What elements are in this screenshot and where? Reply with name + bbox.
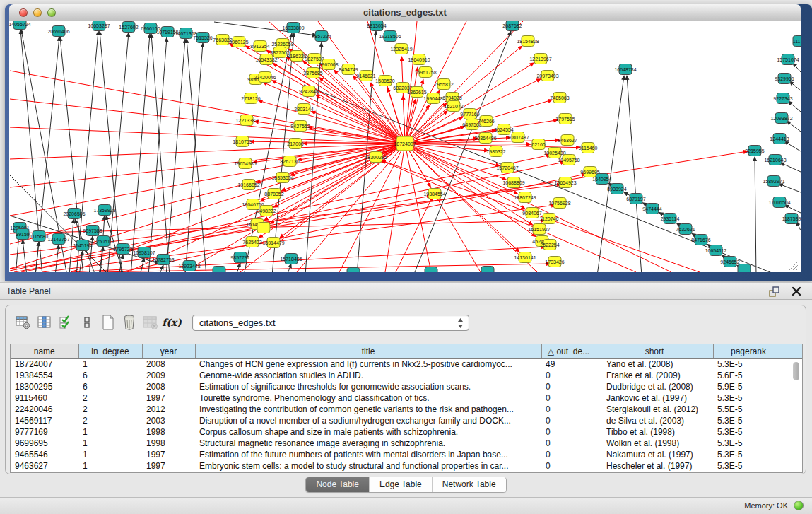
graph-edge xyxy=(148,37,167,272)
column-header-short[interactable]: short xyxy=(596,344,713,358)
column-header-in_degree[interactable]: in_degree xyxy=(78,344,142,358)
delete-column-icon[interactable] xyxy=(119,313,140,332)
graph-node-label: 18807249 xyxy=(514,195,536,200)
graph-edge xyxy=(784,205,801,213)
graph-node-label: 2522254 xyxy=(540,243,559,247)
table-row[interactable]: 1872400712008Changes of HCN gene express… xyxy=(11,358,803,370)
graph-node-label: 1244413 xyxy=(770,136,789,141)
graph-node-label: 19166852 xyxy=(237,182,259,187)
graph-node[interactable] xyxy=(257,223,270,233)
graph-node-label: 7632621 xyxy=(676,227,695,232)
graph-node-label: 19384554 xyxy=(423,192,445,197)
graph-node-label: 16648784 xyxy=(614,67,636,72)
graph-node-label: 9827508 xyxy=(305,57,324,62)
show-columns-icon[interactable] xyxy=(34,313,55,332)
table-row[interactable]: 946362711997Embryonic stem cells: a mode… xyxy=(11,460,803,472)
table-cell: Franke et al. (2009) xyxy=(596,370,713,381)
table-row[interactable]: 969969511998Structural magnetic resonanc… xyxy=(11,438,803,449)
column-header-name[interactable]: name xyxy=(11,344,78,358)
table-select-dropdown[interactable]: citations_edges.txt xyxy=(192,315,469,331)
table-cell: Embryonic stem cells: a model to study s… xyxy=(195,460,541,472)
graph-node-label: 2935114 xyxy=(661,216,680,221)
graph-node-label: 15720407 xyxy=(496,165,518,170)
table-cell: de Silva et al. (2003) xyxy=(596,415,713,426)
graph-edge xyxy=(287,264,291,272)
select-rows-icon[interactable] xyxy=(55,313,76,332)
table-cell: 5.5E-5 xyxy=(713,404,784,415)
graph-node-label: 10688809 xyxy=(502,180,524,185)
table-cell: 6 xyxy=(78,381,142,392)
table-tabs-row: Node TableEdge TableNetwork Table xyxy=(0,477,812,493)
graph-node-label: 2718126 xyxy=(241,96,260,101)
row-height-icon[interactable] xyxy=(76,313,98,332)
graph-node-label: 8471676 xyxy=(691,238,710,243)
graph-edge xyxy=(627,76,642,272)
table-cell: 2009 xyxy=(142,370,195,381)
tab-network-table[interactable]: Network Table xyxy=(433,477,506,492)
graph-node-label: 1795725 xyxy=(113,247,132,252)
table-cell: Dudbridge et al. (2008) xyxy=(596,381,713,392)
graph-node-label: 39159 xyxy=(16,232,30,237)
column-header-title[interactable]: title xyxy=(195,344,541,358)
graph-node-label: 15751074 xyxy=(777,57,799,62)
table-row[interactable]: 2242004622012Investigating the contribut… xyxy=(11,404,803,415)
resize-grip[interactable] xyxy=(787,259,799,271)
graph-edge xyxy=(793,63,801,72)
graph-node[interactable] xyxy=(213,267,225,273)
graph-node-label: 3875685 xyxy=(303,71,322,76)
window-titlebar[interactable]: citations_edges.txt xyxy=(9,4,801,21)
table-cell: 1 xyxy=(78,460,142,472)
table-cell: 1997 xyxy=(142,449,195,460)
column-header-out_de[interactable]: △ out_de... xyxy=(541,344,596,358)
table-row[interactable]: 946554611997Estimation of the future num… xyxy=(11,449,803,460)
table-row[interactable]: 911546021997Tourette syndrome. Phenomeno… xyxy=(11,392,803,404)
delete-table-icon[interactable] xyxy=(140,313,161,332)
float-window-icon[interactable] xyxy=(768,286,781,298)
graph-node-label: 6879197 xyxy=(626,197,645,201)
function-builder-icon[interactable]: f(x) xyxy=(161,313,182,332)
table-cell-filler xyxy=(784,460,803,472)
table-scrollbar[interactable] xyxy=(793,362,799,380)
table-cell: 19384554 xyxy=(11,370,78,381)
graph-edge xyxy=(405,144,500,165)
graph-node-label: 9245652 xyxy=(720,259,739,264)
table-cell: 0 xyxy=(541,438,596,449)
graph-node[interactable] xyxy=(738,264,751,273)
graph-node-label: 1362615 xyxy=(407,90,426,95)
table-row[interactable]: 1938455462009Genome-wide association stu… xyxy=(11,370,803,381)
close-panel-icon[interactable] xyxy=(791,286,802,297)
graph-node[interactable] xyxy=(347,268,360,273)
graph-node[interactable] xyxy=(425,267,437,273)
graph-edge xyxy=(187,39,206,272)
column-header-filler[interactable] xyxy=(784,344,803,358)
graph-node[interactable] xyxy=(481,267,494,273)
node-table[interactable]: namein_degreeyeartitle△ out_de...shortpa… xyxy=(10,344,803,473)
table-settings-icon[interactable] xyxy=(13,313,34,332)
graph-node-label: 16151927 xyxy=(528,227,550,232)
table-row[interactable]: 977716911998Corpus callosum shape and si… xyxy=(11,426,803,438)
table-cell: 9463627 xyxy=(11,460,78,472)
network-canvas[interactable]: 1872400776638229960125891235425226058382… xyxy=(9,21,801,272)
table-cell: Structural magnetic resonance image aver… xyxy=(195,438,541,449)
tab-node-table[interactable]: Node Table xyxy=(306,477,370,492)
graph-node-label: 1733426 xyxy=(545,259,564,264)
graph-node-label: 25226058 xyxy=(271,42,293,47)
column-header-pagerank[interactable]: pagerank xyxy=(713,344,784,358)
new-column-icon[interactable] xyxy=(98,313,119,332)
graph-node-label: 9146821 xyxy=(356,74,375,78)
graph-node-label: 18640910 xyxy=(408,57,430,62)
column-header-year[interactable]: year xyxy=(142,344,195,358)
table-row[interactable]: 1456911722003Disruption of a novel membe… xyxy=(11,415,803,426)
table-row[interactable]: 1830029562008Estimation of significance … xyxy=(11,381,803,392)
graph-edge xyxy=(10,144,405,187)
graph-node-label: 1527602 xyxy=(119,25,138,30)
graph-node-label: 20206506 xyxy=(63,211,85,216)
graph-edge xyxy=(780,163,801,172)
table-cell: 1 xyxy=(78,449,142,460)
table-cell: 9115460 xyxy=(11,392,78,404)
table-toolbar: f(x) citations_edges.txt xyxy=(13,311,469,334)
tab-edge-table[interactable]: Edge Table xyxy=(370,477,433,492)
table-header-row[interactable]: namein_degreeyeartitle△ out_de...shortpa… xyxy=(11,344,803,358)
memory-indicator[interactable] xyxy=(794,501,804,510)
graph-node-label: 1810755 xyxy=(233,139,252,144)
